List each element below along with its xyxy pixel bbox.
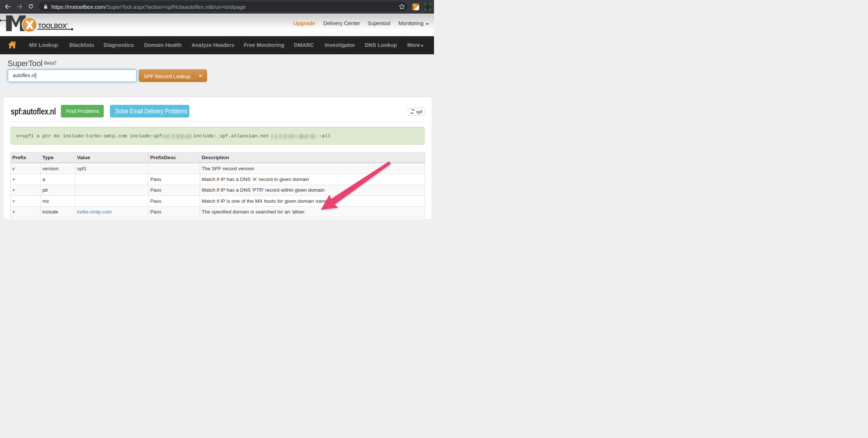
svg-text:®: ® bbox=[66, 23, 68, 25]
svg-text:TOOLBOX: TOOLBOX bbox=[38, 23, 67, 29]
